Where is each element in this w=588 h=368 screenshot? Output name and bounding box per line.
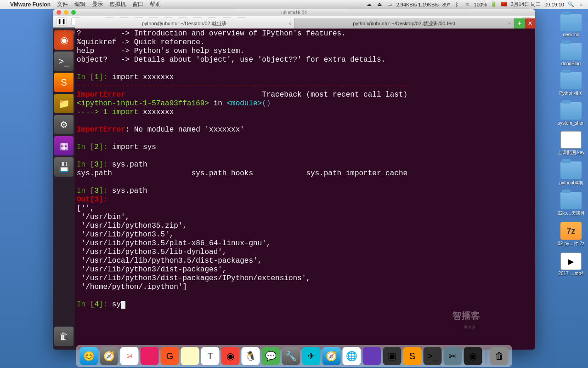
menu-edit[interactable]: 编辑 xyxy=(74,0,85,8)
app-icon[interactable]: ◉ xyxy=(221,347,240,365)
terminal-icon[interactable]: >_ xyxy=(54,52,74,71)
folder-icon xyxy=(560,102,582,120)
app-icon[interactable]: 🧭 xyxy=(100,347,119,365)
settings-icon[interactable]: ⚙ xyxy=(54,115,74,134)
menu-view[interactable]: 显示 xyxy=(92,0,103,8)
desk-icon[interactable]: desk-bk xyxy=(558,14,584,37)
battery-icon[interactable]: 🔋 xyxy=(491,1,497,8)
close-button[interactable] xyxy=(57,10,61,15)
chrome-icon[interactable]: 🌐 xyxy=(343,347,361,365)
app-icon[interactable]: ✈ xyxy=(302,347,321,365)
app-icon[interactable]: ▣ xyxy=(383,347,401,365)
desk-icon[interactable]: ▶2017-…mp4 xyxy=(558,253,584,276)
menubar-date: 3月14日 周二 xyxy=(511,1,541,8)
folder-icon xyxy=(560,192,582,209)
disk-icon[interactable]: 💾 xyxy=(54,157,74,177)
safari-icon[interactable]: 🧭 xyxy=(322,347,341,365)
close-icon[interactable]: × xyxy=(508,21,511,26)
eject-icon[interactable]: ⏏ xyxy=(376,1,383,8)
desk-icon[interactable]: 上课配图.key xyxy=(558,131,584,156)
ubuntu-launcher: ◉ >_ S 📁 ⚙ ▦ 💾 🗑 xyxy=(53,29,75,350)
bluetooth-icon[interactable]: ᛒ xyxy=(454,1,460,8)
terminal-tabs: python@ubuntu: ~/Desktop/02-就业班 × python… xyxy=(75,18,535,29)
minimize-button[interactable] xyxy=(64,10,68,15)
watermark: 智播客 xyxy=(452,310,480,322)
trash-icon[interactable]: 🗑 xyxy=(490,347,509,365)
mp4-icon: ▶ xyxy=(560,253,582,270)
desk-icon[interactable]: python04期 xyxy=(558,161,584,186)
desktop-icons: desk-bk dongBlog Python相关 system_share 上… xyxy=(558,14,584,276)
watermark-sub: itcast xyxy=(464,324,475,329)
temp-reading: 89° xyxy=(442,2,450,7)
app-icon[interactable] xyxy=(363,347,381,365)
folder-icon xyxy=(560,43,582,60)
app-icon[interactable]: 🔧 xyxy=(282,347,300,365)
folder-icon xyxy=(560,14,582,31)
in-prompt: In [ xyxy=(77,73,94,81)
input-flag[interactable]: 🇨🇳 xyxy=(501,1,507,7)
sublime-icon[interactable]: S xyxy=(403,347,422,365)
sublime-icon[interactable]: S xyxy=(54,73,74,92)
app-icon[interactable] xyxy=(141,347,159,365)
close-tabs-button[interactable]: × xyxy=(525,18,535,29)
qq-icon[interactable]: 🐧 xyxy=(242,347,260,365)
menu-vm[interactable]: 虚拟机 xyxy=(109,0,126,8)
files-icon[interactable]: 📁 xyxy=(54,94,74,113)
desk-icon[interactable]: dongBlog xyxy=(558,43,584,66)
maximize-button[interactable] xyxy=(71,10,76,15)
app-icon[interactable]: T xyxy=(201,347,220,365)
ubuntu-dash-icon[interactable]: ◉ xyxy=(54,30,74,50)
menu-help[interactable]: 帮助 xyxy=(150,0,161,8)
app-icon[interactable]: ✂ xyxy=(444,347,462,365)
cloud-icon[interactable]: ☁ xyxy=(366,1,373,8)
terminal-icon[interactable]: >_ xyxy=(424,347,442,365)
file-icon xyxy=(560,131,582,149)
trash-icon[interactable]: 🗑 xyxy=(54,327,74,346)
battery-percent: 100% xyxy=(474,2,487,7)
terminal-output[interactable]: ? -> Introduction and overview of IPytho… xyxy=(75,29,535,350)
tab-inactive[interactable]: python@ubuntu: ~/Desktop/02-就业班/00-test … xyxy=(294,18,514,29)
search-icon[interactable]: 🔍 xyxy=(568,1,574,8)
notifications-icon[interactable]: ≡ xyxy=(578,1,584,8)
notes-icon[interactable] xyxy=(181,347,199,365)
close-icon[interactable]: × xyxy=(288,21,291,26)
pause-button[interactable]: ❚❚ xyxy=(57,17,67,26)
app-name[interactable]: VMware Fusion xyxy=(10,1,51,8)
menu-window[interactable]: 窗口 xyxy=(132,0,143,8)
net-stats: 2.94KB/s 1.19KB/s xyxy=(396,2,439,7)
folder-icon xyxy=(560,161,582,179)
desk-icon[interactable]: system_share xyxy=(558,102,584,126)
folder-icon xyxy=(560,72,582,89)
vm-title: ubuntu16.04 xyxy=(281,10,307,15)
shuffle-icon[interactable]: ⤭ xyxy=(464,1,470,8)
obs-icon[interactable]: ◉ xyxy=(464,347,482,365)
desk-icon[interactable]: 02-p…天课件 xyxy=(558,192,584,217)
calendar-icon[interactable]: 14 xyxy=(120,347,139,365)
display-icon[interactable]: ▭ xyxy=(386,1,393,8)
vm-titlebar[interactable]: ubuntu16.04 xyxy=(53,9,535,16)
menubar-time: 09:19:10 xyxy=(544,2,564,7)
mac-dock: 😊 🧭 14 G T ◉ 🐧 💬 🔧 ✈ 🧭 🌐 ▣ S >_ ✂ ◉ 🗑 xyxy=(76,345,512,367)
dock-separator xyxy=(486,348,486,364)
mac-menubar: VMware Fusion 文件 编辑 显示 虚拟机 窗口 帮助 ☁ ⏏ ▭ 2… xyxy=(0,0,588,9)
sevenz-icon: 7z xyxy=(560,222,582,240)
add-tab-button[interactable]: + xyxy=(514,18,525,29)
cursor xyxy=(121,301,125,309)
app-icon[interactable]: ▦ xyxy=(54,136,74,155)
tab-active[interactable]: python@ubuntu: ~/Desktop/02-就业班 × xyxy=(75,18,294,29)
wechat-icon[interactable]: 💬 xyxy=(262,347,280,365)
desk-icon[interactable]: 7z02-py…件.7z xyxy=(558,222,584,247)
app-icon[interactable]: G xyxy=(161,347,179,365)
vm-window: ubuntu16.04 ❚❚ ⎆ ⌖ ⇄ ⊡ ⊟ ⎙ 🔊 ✧ 💾 ⟳ ◀ ⛶ p… xyxy=(53,9,535,350)
menu-file[interactable]: 文件 xyxy=(57,0,68,8)
out-prompt: Out[ xyxy=(77,196,94,204)
desk-icon[interactable]: Python相关 xyxy=(558,72,584,97)
finder-icon[interactable]: 😊 xyxy=(80,347,98,365)
